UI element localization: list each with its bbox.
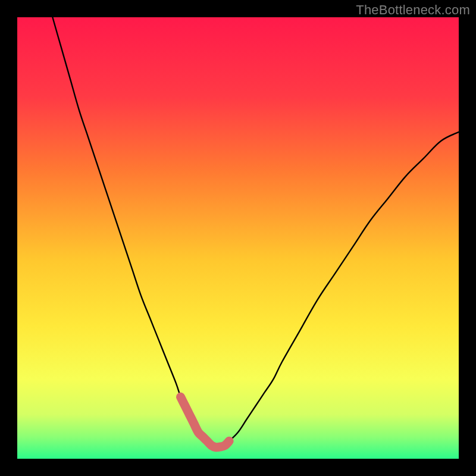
plot-area xyxy=(17,17,459,459)
chart-frame: TheBottleneck.com xyxy=(0,0,476,476)
watermark-text: TheBottleneck.com xyxy=(356,2,470,18)
chart-svg xyxy=(0,0,476,476)
